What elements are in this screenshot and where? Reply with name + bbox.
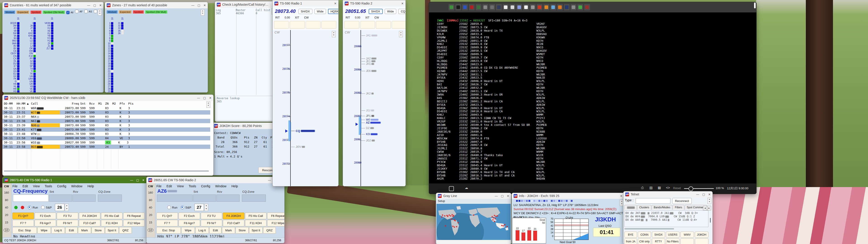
action-spot-it[interactable]: Spot It: [249, 227, 263, 234]
mult-item[interactable]: TI: [22, 70, 36, 72]
mult-item[interactable]: EA: [6, 67, 20, 70]
log-column-header[interactable]: M1: [98, 102, 105, 105]
mult-item[interactable]: 26: [105, 83, 113, 85]
mult-item[interactable]: CX: [6, 57, 20, 60]
bandmap-spot[interactable]: AZ: [362, 121, 381, 124]
action-qrz[interactable]: QRZ: [263, 227, 276, 234]
menu-config[interactable]: Config: [57, 184, 66, 188]
mult-item[interactable]: 5W: [6, 32, 20, 35]
mult-item[interactable]: 10: [105, 42, 114, 45]
menu-window[interactable]: Window: [215, 184, 226, 188]
fkey-f1[interactable]: F1 Qrl?: [156, 213, 178, 219]
mult-item[interactable]: I: [22, 22, 36, 24]
band-item-80[interactable]: 80: [2, 199, 11, 202]
telnet-macro-blank[interactable]: [680, 238, 694, 244]
app-icon[interactable]: [469, 4, 475, 10]
telnet-macro-conn[interactable]: CONN: [638, 232, 651, 238]
bandmap-spot[interactable]: JK2: [362, 92, 374, 95]
bandmap-spot[interactable]: JG2: [362, 139, 375, 142]
app-icon[interactable]: [503, 4, 508, 10]
zone-input[interactable]: [242, 194, 266, 202]
mult-item[interactable]: OM: [22, 50, 36, 52]
bandmap-spot[interactable]: JI1I: [362, 109, 374, 112]
app-icon[interactable]: [577, 4, 583, 10]
log-row[interactable]: 30-1123:37N6X28073.0059959903K3: [2, 115, 210, 119]
mult-item[interactable]: 25: [105, 80, 113, 83]
scroll-spinner[interactable]: ▲▼: [201, 9, 205, 16]
action-edit[interactable]: Edit: [209, 227, 221, 234]
mult-item[interactable]: 9: [105, 39, 113, 42]
band-item-40[interactable]: 40: [2, 206, 11, 209]
scroll-spinner[interactable]: ▲▼: [399, 31, 403, 37]
sp-radio[interactable]: S&P: [181, 206, 191, 209]
mult-item[interactable]: PY: [22, 57, 36, 60]
rcv-input[interactable]: [217, 194, 240, 202]
radio-button-hq9x[interactable]: HQ9X: [328, 9, 339, 14]
log-row[interactable]: 30-1123:48W7W28004.7059959903K3: [2, 132, 210, 136]
action-mark[interactable]: Mark: [222, 227, 235, 234]
telnet-macro-users[interactable]: USERS: [666, 232, 680, 238]
radio-button-sh-dx[interactable]: SH/DX: [298, 9, 312, 14]
filter-checkbox-as[interactable]: AS: [84, 10, 92, 13]
bandmap-spot[interactable]: JP1: [362, 114, 374, 118]
snt-input[interactable]: [193, 194, 216, 202]
radio-button-wide[interactable]: Wide: [314, 9, 326, 14]
mult-item[interactable]: YO: [40, 37, 53, 39]
close-icon[interactable]: ✕: [507, 194, 509, 197]
mult-item[interactable]: 21: [105, 70, 114, 72]
minimize-button[interactable]: —: [696, 193, 699, 196]
mult-item[interactable]: 17: [105, 60, 113, 62]
fkey-f6[interactable]: F6 Repeat: [267, 213, 285, 219]
action-esc-stop[interactable]: Esc: Stop: [12, 227, 37, 234]
menu-view[interactable]: View: [177, 184, 184, 188]
mult-item[interactable]: 1: [105, 22, 113, 24]
mult-item[interactable]: XU: [40, 32, 53, 35]
maximize-button[interactable]: ▢: [501, 194, 504, 197]
mult-item[interactable]: 3: [105, 24, 113, 27]
telnet-macro-blank[interactable]: [695, 238, 708, 244]
memory-slot[interactable]: [344, 21, 359, 29]
reconnect-button[interactable]: Reconnect: [672, 198, 692, 204]
memory-slot[interactable]: [376, 21, 391, 29]
mult-item[interactable]: KH2: [22, 32, 36, 35]
close-icon[interactable]: ✕: [708, 193, 711, 196]
mult-item[interactable]: VU: [40, 27, 53, 29]
memory-slot[interactable]: [274, 21, 289, 29]
mult-item[interactable]: ZL7: [40, 47, 53, 50]
mult-item[interactable]: ES: [6, 70, 20, 72]
action-qrz[interactable]: QRZ: [119, 227, 132, 234]
tab-scroll-right-icon[interactable]: ►: [707, 206, 711, 210]
mult-item[interactable]: 36: [116, 32, 124, 35]
app-icon[interactable]: [550, 4, 556, 10]
mult-item[interactable]: 22: [105, 72, 113, 75]
fkey-f4[interactable]: F4 JI3KDH: [79, 213, 100, 219]
mult-item[interactable]: DU: [6, 62, 20, 65]
mult-item[interactable]: VK: [22, 90, 36, 93]
log-column-header[interactable]: Freq: [60, 102, 80, 105]
action-mark[interactable]: Mark: [78, 227, 91, 234]
band-item-10[interactable]: 10: [148, 228, 153, 232]
band-item-10[interactable]: 10: [4, 228, 9, 232]
log-row[interactable]: 30-1123:56W1E28027.0059959903K3: [2, 140, 210, 145]
fkey-f8[interactable]: F8 Agn?: [179, 220, 200, 226]
mult-item[interactable]: JT: [22, 27, 36, 29]
telnet-macro-cw-only[interactable]: CW only: [638, 238, 651, 244]
action-log-it[interactable]: Log It: [195, 227, 209, 234]
camera-icon[interactable]: ⎙: [641, 186, 644, 190]
log-row[interactable]: 30-1123:39NU628073.0059959903K3: [2, 123, 210, 127]
mult-item[interactable]: 27: [105, 85, 113, 88]
mult-item[interactable]: 9M6: [6, 42, 20, 45]
mult-item[interactable]: V8: [22, 85, 36, 88]
radio-button-cq[interactable]: CQ: [398, 9, 406, 14]
mult-item[interactable]: TK: [22, 72, 36, 75]
zone-spinner[interactable]: ▲▼: [65, 204, 69, 211]
scroll-spinner[interactable]: ▲▼: [708, 198, 711, 204]
menu-file[interactable]: File: [156, 184, 162, 188]
minimize-button[interactable]: —: [130, 179, 133, 182]
bandmap-spot[interactable]: JI0V: [291, 145, 305, 148]
check-titlebar[interactable]: NM Check Log/Master/Call history/Reverse…: [215, 1, 276, 8]
fkey-f7[interactable]: F7 ?: [12, 220, 34, 226]
fkey-f5[interactable]: F5 His Call: [101, 213, 123, 219]
mult-item[interactable]: 11: [105, 45, 113, 47]
menu-edit[interactable]: Edit: [166, 184, 172, 188]
